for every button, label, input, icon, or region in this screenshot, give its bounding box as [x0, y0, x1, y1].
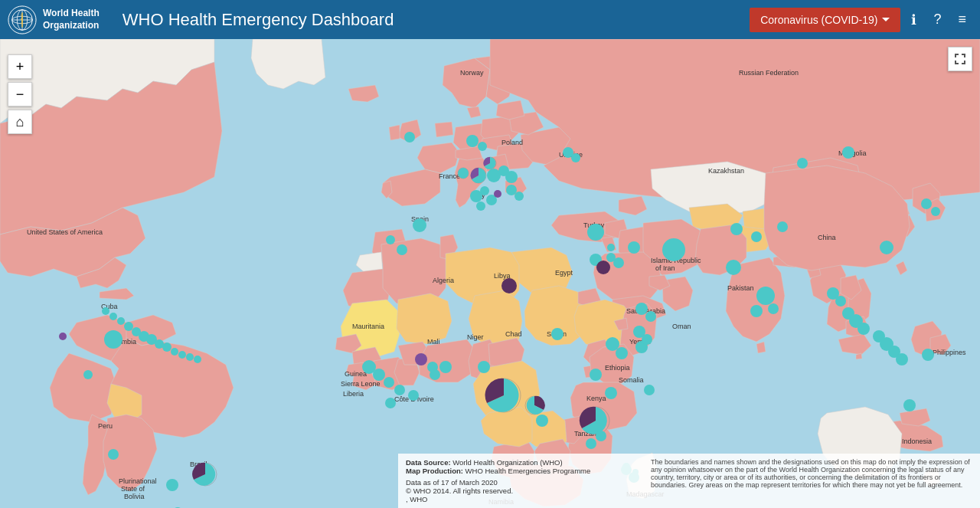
org-name: World Health Organization [43, 8, 100, 31]
svg-text:Guinea: Guinea [345, 370, 367, 378]
svg-text:China: China [818, 234, 836, 241]
svg-text:Kazakhstan: Kazakhstan [708, 167, 744, 175]
svg-text:Mali: Mali [427, 338, 440, 346]
menu-button[interactable]: ≡ [952, 8, 972, 31]
svg-point-142 [178, 351, 186, 359]
map-container[interactable]: Russian Federation Norway Poland France … [0, 39, 980, 508]
zoom-out-button[interactable]: − [8, 82, 32, 107]
svg-text:Algeria: Algeria [433, 277, 454, 284]
svg-point-105 [415, 353, 427, 365]
svg-point-153 [922, 349, 934, 361]
home-button[interactable]: ⌂ [8, 110, 32, 134]
svg-text:Ethiopia: Ethiopia [605, 364, 630, 372]
svg-point-88 [750, 305, 763, 317]
svg-point-81 [662, 238, 685, 261]
svg-point-154 [842, 146, 854, 159]
svg-point-65 [478, 142, 487, 151]
svg-point-115 [408, 390, 419, 401]
svg-point-86 [726, 260, 741, 275]
svg-text:Peru: Peru [98, 422, 113, 430]
svg-point-91 [730, 223, 743, 235]
app-header: World Health Organization WHO Health Eme… [0, 0, 980, 39]
svg-point-123 [858, 323, 870, 335]
svg-text:Indonesia: Indonesia [902, 438, 932, 445]
svg-point-108 [586, 438, 596, 449]
svg-point-72 [514, 192, 524, 201]
svg-point-148 [83, 370, 93, 379]
svg-point-75 [587, 224, 604, 241]
svg-point-159 [386, 235, 395, 244]
svg-point-74 [571, 153, 580, 162]
svg-text:Plurinational: Plurinational [119, 477, 157, 485]
svg-point-87 [756, 287, 775, 305]
footer-disclaimer: The boundaries and names shown and the d… [651, 458, 972, 503]
svg-text:Pakistan: Pakistan [727, 284, 754, 292]
svg-text:Chad: Chad [505, 330, 522, 338]
svg-point-143 [186, 353, 194, 361]
svg-point-152 [903, 399, 916, 411]
svg-point-67 [480, 186, 489, 195]
svg-point-83 [635, 303, 648, 315]
svg-text:France: France [439, 172, 460, 180]
who-label: , WHO [406, 495, 635, 503]
svg-point-120 [835, 296, 846, 306]
svg-text:Somalia: Somalia [619, 376, 644, 384]
svg-point-132 [102, 307, 109, 315]
svg-point-145 [104, 330, 122, 349]
dashboard-title: WHO Health Emergency Dashboard [122, 10, 750, 30]
svg-point-111 [373, 369, 385, 381]
svg-point-90 [777, 221, 788, 232]
svg-point-116 [501, 278, 517, 293]
svg-point-134 [117, 317, 125, 325]
svg-text:of Iran: of Iran [655, 264, 675, 272]
data-source-label: Data Source: [406, 458, 451, 467]
date-note: Data as of 17 of March 2020 [406, 478, 635, 487]
svg-point-155 [797, 158, 808, 169]
svg-point-107 [536, 415, 548, 427]
data-source-line: Data Source: World Health Organization (… [406, 458, 635, 467]
svg-point-156 [751, 231, 762, 242]
svg-point-80 [628, 241, 640, 254]
svg-point-135 [124, 322, 133, 331]
svg-point-104 [478, 361, 490, 373]
svg-text:United States of America: United States of America [27, 228, 103, 236]
svg-point-69 [494, 190, 501, 198]
svg-point-109 [596, 431, 606, 441]
svg-point-112 [384, 377, 394, 388]
map-controls: + − ⌂ [8, 54, 32, 134]
svg-text:Bolivia: Bolivia [124, 493, 145, 500]
info-button[interactable]: ℹ [905, 8, 923, 31]
help-button[interactable]: ? [927, 8, 947, 31]
footer-left: Data Source: World Health Organization (… [406, 458, 635, 503]
copyright: © WHO 2014. All rights reserved. [406, 487, 635, 495]
svg-point-63 [413, 218, 426, 232]
svg-point-144 [194, 356, 201, 363]
svg-text:Liberia: Liberia [343, 390, 364, 398]
svg-point-102 [439, 361, 452, 373]
zoom-in-button[interactable]: + [8, 54, 32, 79]
svg-point-62 [404, 132, 415, 143]
svg-point-64 [466, 135, 479, 147]
fullscreen-button[interactable] [948, 47, 972, 71]
svg-point-58 [458, 168, 469, 179]
svg-point-84 [645, 311, 656, 322]
dropdown-caret-icon [882, 18, 890, 21]
svg-point-61 [505, 171, 518, 183]
fullscreen-icon [954, 53, 966, 65]
map-footer: Data Source: World Health Organization (… [398, 454, 980, 508]
data-source-value: World Health Organization (WHO) [452, 458, 562, 467]
svg-point-128 [880, 241, 893, 254]
map-production-label: Map Production: [406, 467, 463, 475]
who-logo-icon [8, 5, 37, 34]
svg-point-89 [768, 303, 779, 314]
svg-point-100 [605, 387, 617, 399]
covid-dropdown-button[interactable]: Coronavirus (COVID-19) [750, 8, 900, 32]
svg-point-133 [109, 313, 117, 320]
svg-text:Sierra Leone: Sierra Leone [341, 380, 381, 388]
svg-text:Philippines: Philippines [933, 349, 966, 356]
svg-point-140 [162, 342, 172, 352]
svg-point-141 [171, 348, 178, 356]
map-production-value: WHO Health Emergencies Programme [466, 467, 591, 475]
svg-point-113 [394, 385, 405, 395]
svg-text:State of: State of [121, 485, 145, 493]
